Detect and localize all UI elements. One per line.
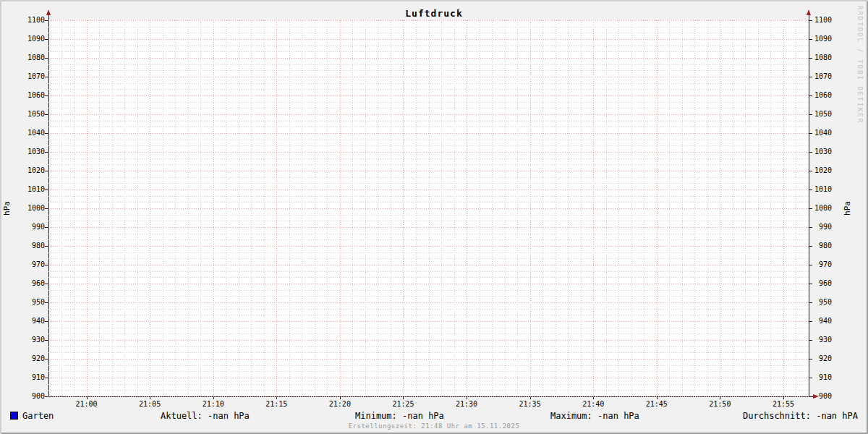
axis-tick (809, 340, 812, 341)
x-tick-label: 21:10 (197, 400, 229, 409)
grid-line-major (48, 265, 809, 265)
y-tick-label: 1080 (10, 54, 45, 62)
axis-tick (809, 95, 812, 96)
grid-line-major (783, 20, 784, 396)
y-tick-label: 910 (10, 373, 45, 382)
y-tick-label: 1100 (812, 16, 832, 25)
y-axis-unit-right: hPa (843, 194, 852, 223)
y-tick-label: 1040 (10, 129, 45, 137)
y-tick-label: 1010 (812, 185, 832, 194)
y-tick-label: 1040 (812, 129, 832, 137)
stat-minimum: Minimum: -nan hPa (355, 411, 444, 421)
grid-line-major (720, 20, 720, 396)
grid-line-major (48, 171, 809, 171)
axis-tick (809, 378, 812, 378)
grid-line-major (48, 133, 809, 134)
grid-line-major (48, 152, 809, 153)
grid-line-major (48, 58, 809, 59)
y-tick-label: 1070 (812, 72, 832, 81)
grid-line-major (48, 95, 809, 96)
y-tick-label: 940 (812, 317, 832, 326)
x-tick-label: 21:15 (260, 400, 292, 409)
x-axis-arrow-icon (813, 394, 819, 399)
axis-tick (809, 171, 812, 171)
y-tick-label: 1080 (812, 54, 832, 62)
y-tick-label: 1000 (10, 204, 45, 213)
grid-line-major (213, 20, 214, 396)
grid-line-major (48, 208, 809, 209)
y-axis-unit-left: hPa (3, 194, 12, 223)
y-tick-label: 1100 (10, 16, 45, 25)
axis-tick (809, 208, 812, 209)
axis-tick (809, 190, 812, 190)
x-tick-label: 21:35 (514, 400, 546, 409)
y-tick-label: 920 (10, 354, 45, 363)
y-tick-label: 970 (10, 260, 45, 269)
y-tick-label: 980 (812, 242, 832, 250)
y-tick-label: 930 (812, 336, 832, 344)
stat-durchschnitt: Durchschnitt: -nan hPA (743, 411, 858, 421)
y-axis-left-arrow-icon (46, 9, 51, 15)
y-tick-label: 960 (812, 279, 832, 288)
grid-line-major (530, 20, 531, 396)
y-tick-label: 940 (10, 317, 45, 326)
axis-tick (809, 152, 812, 153)
grid-line-major (150, 20, 150, 396)
x-tick-label: 21:00 (71, 400, 103, 409)
axis-tick (809, 359, 812, 359)
axis-tick (809, 396, 812, 397)
creation-timestamp: Erstellungszeit: 21:48 Uhr am 15.11.2025 (0, 422, 868, 430)
y-tick-label: 990 (812, 223, 832, 231)
grid-line-major (48, 246, 809, 247)
y-tick-label: 1060 (812, 91, 832, 100)
grid-line-major (48, 284, 809, 284)
axis-tick (809, 246, 812, 247)
grid-line-major (467, 20, 467, 396)
rrdtool-watermark: RRDTOOL / TOBI OETIKER (856, 6, 864, 124)
grid-line-major (87, 20, 88, 396)
x-tick-label: 21:55 (767, 400, 799, 409)
stat-maximum: Maximum: -nan hPa (550, 411, 639, 421)
grid-line-major (48, 114, 809, 115)
grid-line-major (48, 378, 809, 378)
axis-tick (809, 284, 812, 284)
y-tick-label: 990 (10, 223, 45, 231)
rrdtool-graph: Luftdruck RRDTOOL / TOBI OETIKER 9009009… (0, 0, 868, 434)
legend-swatch (10, 412, 18, 420)
y-tick-label: 1060 (10, 91, 45, 100)
grid-line-major (340, 20, 341, 396)
axis-tick (809, 265, 812, 265)
y-tick-label: 1020 (812, 166, 832, 175)
x-tick-label: 21:05 (134, 400, 166, 409)
x-tick-label: 21:40 (577, 400, 609, 409)
y-tick-label: 920 (812, 354, 832, 363)
y-tick-label: 930 (10, 336, 45, 344)
y-tick-label: 910 (812, 373, 832, 382)
y-tick-label: 1030 (10, 148, 45, 156)
y-tick-label: 1030 (812, 148, 832, 156)
stat-aktuell: Aktuell: -nan hPa (161, 411, 250, 421)
y-tick-label: 1050 (10, 110, 45, 119)
grid-line-major (48, 340, 809, 341)
legend-series-label: Garten (22, 411, 54, 421)
y-tick-label: 1020 (10, 166, 45, 175)
x-tick-label: 21:20 (324, 400, 356, 409)
x-tick-label: 21:25 (387, 400, 419, 409)
grid-line-major (657, 20, 658, 396)
grid-line-major (48, 39, 809, 40)
grid-line-major (48, 77, 809, 77)
x-tick-label: 21:50 (704, 400, 736, 409)
grid-line-major (593, 20, 594, 396)
y-tick-label: 1010 (10, 185, 45, 194)
chart-title: Luftdruck (0, 8, 868, 19)
grid-line-major (48, 302, 809, 303)
x-tick-label: 21:30 (451, 400, 482, 409)
y-tick-label: 1090 (812, 35, 832, 43)
axis-tick (809, 58, 812, 59)
axis-tick (809, 77, 812, 77)
grid-line-major (48, 359, 809, 359)
y-tick-label: 950 (812, 298, 832, 307)
grid-line-major (48, 227, 809, 228)
y-tick-label: 900 (10, 392, 45, 401)
grid-line-major (48, 190, 809, 190)
